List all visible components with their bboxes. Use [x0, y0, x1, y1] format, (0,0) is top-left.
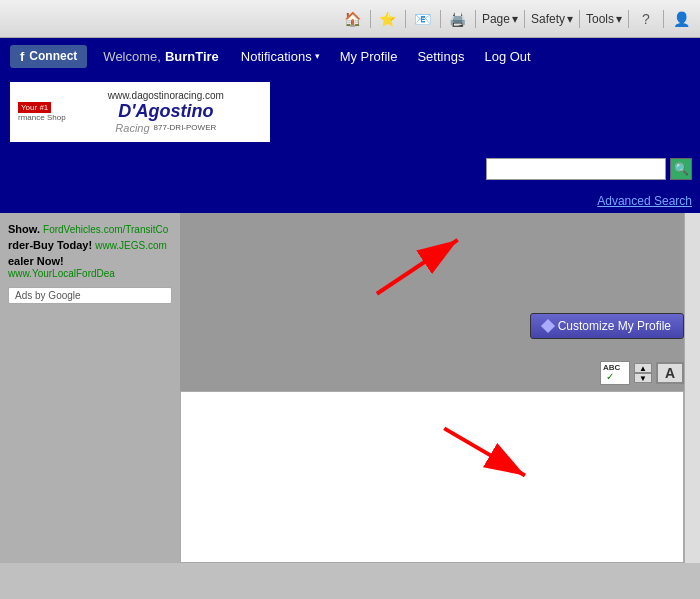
settings-link[interactable]: Settings [407, 49, 474, 64]
up-button[interactable]: ▲ [634, 363, 652, 373]
search-icon: 🔍 [674, 162, 689, 176]
ads-by-google: Ads by Google [8, 287, 172, 304]
ad-title-3: ealer Now! [8, 255, 64, 267]
separator [663, 10, 664, 28]
diamond-icon [541, 319, 555, 333]
separator [524, 10, 525, 28]
logout-link[interactable]: Log Out [474, 49, 540, 64]
help-icon[interactable]: ? [635, 8, 657, 30]
ad-item-2[interactable]: rder-Buy Today! www.JEGS.com [8, 239, 172, 251]
search-bar: 🔍 [0, 149, 700, 189]
tools-menu[interactable]: Tools ▾ [586, 12, 622, 26]
search-button[interactable]: 🔍 [670, 158, 692, 180]
font-button[interactable]: A [656, 362, 684, 384]
banner-area: Your #1 rmance Shop www.dagostinoracing.… [0, 74, 700, 149]
separator [405, 10, 406, 28]
page-menu-arrow: ▾ [512, 12, 518, 26]
my-profile-label: My Profile [340, 49, 398, 64]
advanced-search-bar: Advanced Search [0, 189, 700, 213]
spell-check-button[interactable]: ABC ✓ [600, 361, 630, 385]
notifications-link[interactable]: Notifications ▾ [231, 49, 330, 64]
content-toolbar: ABC ✓ ▲ ▼ A [600, 361, 684, 385]
ad-url-2: www.JEGS.com [95, 240, 167, 251]
safety-menu-arrow: ▾ [567, 12, 573, 26]
customize-btn-label: Customize My Profile [558, 319, 671, 333]
my-profile-link[interactable]: My Profile [330, 49, 408, 64]
separator [475, 10, 476, 28]
ad-panel: Show. FordVehicles.com/TransitCo rder-Bu… [0, 213, 180, 563]
page-menu-label: Page [482, 12, 510, 26]
user-icon[interactable]: 👤 [670, 8, 692, 30]
font-icon: A [665, 365, 675, 381]
separator [579, 10, 580, 28]
banner-url: www.dagostinoracing.com [108, 90, 224, 101]
separator [440, 10, 441, 28]
advanced-search-link[interactable]: Advanced Search [597, 194, 692, 208]
banner-logo: D'Agostino [118, 101, 213, 122]
notifications-label: Notifications [241, 49, 312, 64]
customize-my-profile-button[interactable]: Customize My Profile [530, 313, 684, 339]
username-label: BurnTire [165, 49, 219, 64]
page-menu[interactable]: Page ▾ [482, 12, 518, 26]
safety-menu-label: Safety [531, 12, 565, 26]
performance-shop: rmance Shop [18, 113, 66, 122]
separator [628, 10, 629, 28]
check-icon: ✓ [606, 371, 614, 382]
browser-toolbar: 🏠 ⭐ 📧 🖨️ Page ▾ Safety ▾ Tools ▾ ? 👤 [0, 0, 700, 38]
ad-url-3: www.YourLocalFordDea [8, 268, 115, 279]
ad-url-1: FordVehicles.com/TransitCo [43, 224, 168, 235]
content-panel: Customize My Profile ABC ✓ ▲ ▼ A [180, 213, 700, 563]
ads-by-label: Ads by Google [15, 290, 81, 301]
ad-item-3[interactable]: ealer Now! www.YourLocalFordDea [8, 255, 172, 279]
safety-menu[interactable]: Safety ▾ [531, 12, 573, 26]
settings-label: Settings [417, 49, 464, 64]
facebook-connect-button[interactable]: f Connect [10, 45, 87, 68]
logout-label: Log Out [484, 49, 530, 64]
separator [370, 10, 371, 28]
profile-textarea[interactable] [180, 391, 684, 563]
search-input[interactable] [486, 158, 666, 180]
notifications-arrow: ▾ [315, 51, 320, 61]
facebook-icon: f [20, 49, 24, 64]
home-icon[interactable]: 🏠 [342, 8, 364, 30]
your-number-one: Your #1 [18, 102, 51, 113]
tools-menu-arrow: ▾ [616, 12, 622, 26]
welcome-text: Welcome, [103, 49, 161, 64]
scrollbar[interactable] [684, 213, 700, 563]
tools-menu-label: Tools [586, 12, 614, 26]
ad-item-1[interactable]: Show. FordVehicles.com/TransitCo [8, 223, 172, 235]
down-button[interactable]: ▼ [634, 373, 652, 383]
email-icon[interactable]: 📧 [412, 8, 434, 30]
print-icon[interactable]: 🖨️ [447, 8, 469, 30]
fb-connect-label: Connect [29, 49, 77, 63]
banner-tagline: 877-DRI-POWER [154, 123, 217, 132]
site-nav: f Connect Welcome, BurnTire Notification… [0, 38, 700, 74]
main-content: Show. FordVehicles.com/TransitCo rder-Bu… [0, 213, 700, 563]
up-down-buttons: ▲ ▼ [634, 363, 652, 383]
banner-box: Your #1 rmance Shop www.dagostinoracing.… [10, 82, 270, 142]
favorites-icon[interactable]: ⭐ [377, 8, 399, 30]
ad-title-2: rder-Buy Today! [8, 239, 92, 251]
ad-title-1: Show. [8, 223, 40, 235]
banner-racing: Racing [115, 122, 149, 134]
